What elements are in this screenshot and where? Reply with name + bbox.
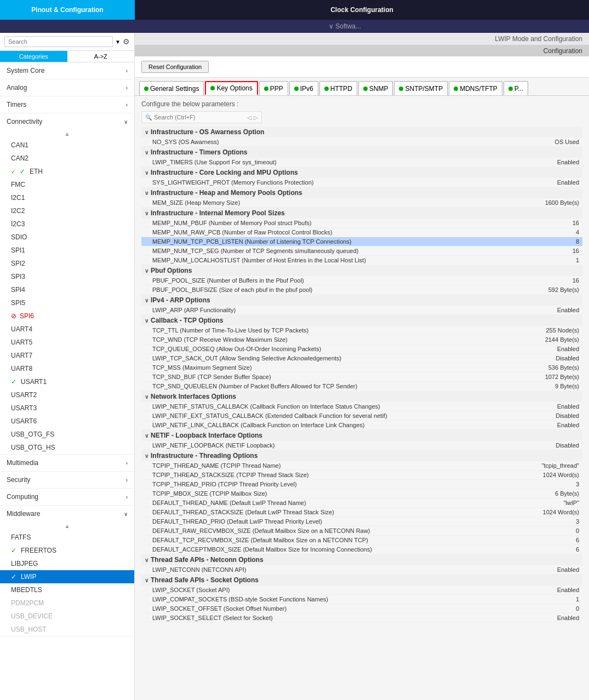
sidebar-item-freertos[interactable]: ✓FREERTOS	[0, 544, 134, 557]
param-search-input[interactable]	[154, 114, 245, 121]
list-item[interactable]: LWIP_SOCKET_SELECT (Select for Socket) E…	[141, 613, 582, 623]
search-prev-icon[interactable]: ◁	[247, 114, 251, 121]
list-item[interactable]: LWIP_TIMERS (Use Support For sys_timeout…	[141, 158, 582, 167]
tab-ipv6[interactable]: IPv6	[289, 81, 318, 95]
tab-atoz[interactable]: A->Z	[67, 51, 135, 62]
section-header-security[interactable]: Security ›	[0, 472, 134, 488]
list-item[interactable]: NO_SYS (OS Awarness) OS Used	[141, 137, 582, 147]
list-item[interactable]: LWIP_TCP_SACK_OUT (Allow Sending Selecti…	[141, 354, 582, 363]
section-header-system-core[interactable]: System Core ›	[0, 62, 134, 79]
list-item[interactable]: LWIP_NETIF_LINK_CALLBACK (Callback Funct…	[141, 421, 582, 430]
sidebar-item-usb-otg-hs[interactable]: USB_OTG_HS	[0, 441, 134, 454]
sidebar-item-lwip[interactable]: ✓LWIP	[0, 570, 134, 583]
tab-general-settings[interactable]: General Settings	[139, 81, 204, 95]
list-item[interactable]: LWIP_NETIF_STATUS_CALLBACK (Callback Fun…	[141, 402, 582, 411]
sidebar-item-can2[interactable]: CAN2	[0, 152, 134, 165]
section-header-middleware[interactable]: Middleware ∨	[0, 506, 134, 522]
sidebar-search-dropdown[interactable]: ▼	[115, 39, 121, 45]
sidebar-search-input[interactable]	[4, 36, 113, 47]
list-item[interactable]: TCPIP_MBOX_SIZE (TCPIP Mailbox Size) 6 B…	[141, 489, 582, 498]
sidebar-item-i2c3[interactable]: I2C3	[0, 217, 134, 231]
search-next-icon[interactable]: ▷	[254, 114, 258, 121]
section-header-multimedia[interactable]: Multimedia ›	[0, 455, 134, 471]
software-bar[interactable]: ∨ Softwa...	[0, 20, 589, 33]
list-item[interactable]: LWIP_COMPAT_SOCKETS (BSD-style Socket Fu…	[141, 595, 582, 604]
sidebar-item-usart1[interactable]: ✓USART1	[0, 375, 134, 388]
scroll-up-arrow-middleware[interactable]: ▲	[65, 523, 70, 530]
list-item[interactable]: DEFAULT_RAW_RECVMBOX_SIZE (Default Mailb…	[141, 526, 582, 536]
tab-snmp[interactable]: SNMP	[358, 81, 393, 95]
sidebar-item-spi1[interactable]: SPI1	[0, 244, 134, 257]
list-item[interactable]: DEFAULT_ACCEPTMBOX_SIZE (Default Mailbox…	[141, 545, 582, 554]
list-item[interactable]: MEMP_NUM_LOCALHOSTLIST (Number of Host E…	[141, 256, 582, 265]
sidebar-item-spi6[interactable]: ⊘SPI6	[0, 309, 134, 323]
tab-key-options[interactable]: Key Options	[205, 81, 258, 95]
sidebar-item-mbedtls[interactable]: MBEDTLS	[0, 583, 134, 596]
list-item[interactable]: TCP_TTL (Number of Time-To-Live Used by …	[141, 326, 582, 335]
list-item[interactable]: DEFAULT_THREAD_PRIO (Default LwIP Thread…	[141, 517, 582, 526]
tab-sntp-smtp[interactable]: SNTP/SMTP	[394, 81, 448, 95]
list-item[interactable]: TCP_MSS (Maximum Segment Size) 536 Byte(…	[141, 363, 582, 372]
section-header-computing[interactable]: Computing ›	[0, 489, 134, 505]
sidebar-item-uart7[interactable]: UART7	[0, 349, 134, 362]
list-item[interactable]: PBUF_POOL_BUFSIZE (Size of each pbuf in …	[141, 285, 582, 295]
list-item[interactable]: PBUF_POOL_SIZE (Number of Buffers in the…	[141, 276, 582, 285]
sidebar-item-usb-otg-fs[interactable]: USB_OTG_FS	[0, 428, 134, 441]
scroll-up-arrow[interactable]: ▲	[65, 131, 70, 137]
sidebar-item-i2c1[interactable]: I2C1	[0, 191, 134, 204]
list-item[interactable]: TCP_SND_BUF (TCP Sender Buffer Space) 10…	[141, 372, 582, 382]
list-item[interactable]: MEM_SIZE (Heap Memory Size) 1600 Byte(s)	[141, 198, 582, 208]
sidebar-item-usb-device[interactable]: USB_DEVICE	[0, 610, 134, 623]
list-item[interactable]: TCPIP_THREAD_NAME (TCPIP Thread Name) "t…	[141, 461, 582, 471]
list-item[interactable]: MEMP_NUM_TCP_SEG (Number of TCP Segments…	[141, 246, 582, 256]
list-item[interactable]: DEFAULT_TCP_RECVMBOX_SIZE (Default Mailb…	[141, 536, 582, 545]
tab-categories[interactable]: Categories	[0, 51, 67, 62]
tab-ppp[interactable]: PPP	[259, 81, 288, 95]
list-item[interactable]: LWIP_SOCKET_OFFSET (Socket Offset Number…	[141, 604, 582, 613]
list-item[interactable]: TCPIP_THREAD_PRIO (TCPIP Thread Priority…	[141, 480, 582, 489]
sidebar-item-uart5[interactable]: UART5	[0, 336, 134, 349]
sidebar-item-spi4[interactable]: SPI4	[0, 283, 134, 296]
reset-configuration-button[interactable]: Reset Configuration	[141, 61, 209, 73]
tab-mdns-tftp[interactable]: MDNS/TFTP	[449, 81, 502, 95]
sidebar-item-usb-host[interactable]: USB_HOST	[0, 623, 134, 636]
section-header-analog[interactable]: Analog ›	[0, 79, 134, 96]
tab-more[interactable]: P...	[504, 81, 528, 95]
list-item[interactable]: MEMP_NUM_RAW_PCB (Number of Raw Protocol…	[141, 228, 582, 237]
sidebar-item-uart4[interactable]: UART4	[0, 323, 134, 336]
gear-icon[interactable]: ⚙	[123, 37, 130, 46]
sidebar-item-eth[interactable]: ✓ETH	[0, 165, 134, 178]
list-item[interactable]: TCP_QUEUE_OOSEQ (Allow Out-Of-Order Inco…	[141, 345, 582, 354]
section-header-timers[interactable]: Timers ›	[0, 96, 134, 113]
list-item[interactable]: LWIP_SOCKET (Socket API) Enabled	[141, 586, 582, 595]
list-item[interactable]: DEFAULT_THREAD_NAME (Default LwIP Thread…	[141, 498, 582, 508]
section-header-connectivity[interactable]: Connectivity ∨	[0, 113, 134, 130]
list-item-highlighted[interactable]: MEMP_NUM_TCP_PCB_LISTEN (Number of Liste…	[141, 237, 582, 246]
list-item[interactable]: TCP_WND (TCP Receive Window Maximum Size…	[141, 335, 582, 345]
sidebar-item-spi2[interactable]: SPI2	[0, 257, 134, 270]
sidebar-item-i2c2[interactable]: I2C2	[0, 204, 134, 217]
sidebar-item-sdio[interactable]: SDIO	[0, 231, 134, 244]
list-item[interactable]: TCP_SND_QUEUELEN (Number of Packet Buffe…	[141, 382, 582, 391]
sidebar-item-usart6[interactable]: USART6	[0, 415, 134, 428]
sidebar-item-libjpeg[interactable]: LIBJPEG	[0, 557, 134, 570]
tab-httpd[interactable]: HTTPD	[319, 81, 357, 95]
list-item[interactable]: LWIP_NETCONN (NETCONN API) Enabled	[141, 565, 582, 575]
sidebar-item-fatfs[interactable]: FATFS	[0, 531, 134, 544]
list-item[interactable]: LWIP_NETIF_EXT_STATUS_CALLBACK (Extended…	[141, 411, 582, 421]
list-item[interactable]: LWIP_ARP (ARP Functionality) Enabled	[141, 306, 582, 315]
list-item[interactable]: SYS_LIGHTWEIGHT_PROT (Memory Functions P…	[141, 178, 582, 187]
sidebar-item-pdm2pcm[interactable]: PDM2PCM	[0, 596, 134, 610]
sidebar-item-spi3[interactable]: SPI3	[0, 270, 134, 283]
list-item[interactable]: DEFAULT_THREAD_STACKSIZE (Default LwIP T…	[141, 508, 582, 517]
sidebar-item-can1[interactable]: CAN1	[0, 139, 134, 152]
list-item[interactable]: MEMP_NUM_PBUF (Number of Memory Pool str…	[141, 219, 582, 228]
sidebar-item-fmc[interactable]: FMC	[0, 178, 134, 191]
list-item[interactable]: LWIP_NETIF_LOOPBACK (NETIF Loopback) Dis…	[141, 441, 582, 450]
sidebar-item-uart8[interactable]: UART8	[0, 362, 134, 375]
list-item[interactable]: TCPIP_THREAD_STACKSIZE (TCPIP Thread Sta…	[141, 471, 582, 480]
sidebar-item-spi5[interactable]: SPI5	[0, 296, 134, 309]
sidebar-item-usart3[interactable]: USART3	[0, 401, 134, 415]
sidebar-item-usart2[interactable]: USART2	[0, 388, 134, 401]
sidebar-search-bar: ▼ ⚙	[0, 33, 134, 51]
